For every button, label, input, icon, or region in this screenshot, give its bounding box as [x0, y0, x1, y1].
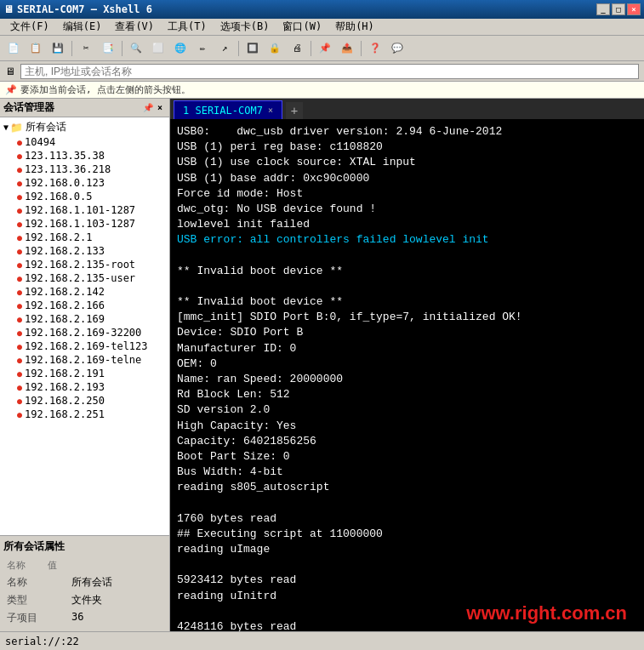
tree-toggle-icon: ▼: [3, 123, 9, 132]
menu-file[interactable]: 文件(F): [3, 19, 56, 35]
sidebar-pin-button[interactable]: 📌: [142, 102, 154, 114]
toolbar-new[interactable]: 📄: [3, 39, 24, 58]
sidebar-close-button[interactable]: ×: [154, 102, 166, 114]
sidebar-title: 会话管理器: [3, 100, 54, 115]
toolbar-bookmark[interactable]: 📌: [315, 39, 335, 58]
sidebar-session-item[interactable]: ●123.113.36.218: [15, 162, 168, 176]
toolbar-connect[interactable]: 🌐: [170, 39, 191, 58]
toolbar-cut[interactable]: ✂: [76, 39, 96, 58]
toolbar-paste[interactable]: 📑: [98, 39, 118, 58]
window-controls: _ □ ×: [596, 3, 641, 15]
sidebar-session-item[interactable]: ●192.168.2.135-user: [15, 271, 168, 285]
terminal-area: 1 SERIAL-COM7 × + USB0: dwc_usb driver v…: [170, 99, 644, 631]
sidebar-session-item[interactable]: ●192.168.2.169-tel123: [15, 339, 168, 353]
terminal-line: USB (1) base addr: 0xc90c0000: [177, 171, 637, 186]
sidebar-session-item[interactable]: ●192.168.2.169: [15, 312, 168, 326]
toolbar-launch[interactable]: ↗: [214, 39, 235, 58]
menu-help[interactable]: 帮助(H): [328, 19, 381, 35]
sidebar-session-item[interactable]: ●192.168.2.142: [15, 285, 168, 299]
sidebar-session-item[interactable]: ●192.168.2.169-32200: [15, 326, 168, 339]
sidebar-session-item[interactable]: ●192.168.2.193: [15, 380, 168, 394]
sidebar-session-item[interactable]: ●192.168.2.135-root: [15, 258, 168, 271]
session-icon: ●: [17, 247, 22, 256]
terminal-line: Device: SDIO Port B: [177, 325, 637, 340]
session-icon: ●: [17, 383, 22, 392]
terminal-line: USB error: all controllers failed lowlev…: [177, 232, 637, 248]
address-icon: 🖥: [5, 66, 15, 77]
toolbar-upload[interactable]: 📤: [337, 39, 357, 58]
sidebar-session-item[interactable]: ●10494: [15, 135, 168, 149]
toolbar-options[interactable]: ⬜: [148, 39, 168, 58]
terminal-line: Name: ran Speed: 20000000: [177, 372, 637, 387]
address-bar: 🖥: [0, 61, 644, 82]
session-icon: ●: [17, 342, 22, 351]
terminal-line: High Capacity: Yes: [177, 419, 637, 434]
session-icon: ●: [17, 138, 22, 147]
props-value: 文件夹: [70, 592, 164, 608]
terminal-line: [177, 496, 637, 511]
address-input[interactable]: [20, 64, 639, 79]
toolbar-lock[interactable]: 🔒: [265, 39, 285, 58]
session-icon: ●: [17, 206, 22, 215]
terminal-line: [177, 604, 637, 619]
terminal-line: [177, 279, 637, 294]
menu-edit[interactable]: 编辑(E): [56, 19, 109, 35]
sidebar-session-item[interactable]: ●192.168.2.250: [15, 394, 168, 408]
sidebar-session-item[interactable]: ●192.168.2.169-telne: [15, 353, 168, 367]
tree-children: ●10494●123.113.35.38●123.113.36.218●192.…: [2, 135, 168, 421]
sidebar-header: 会话管理器 📌 ×: [0, 99, 169, 117]
terminal-line: Rd Block Len: 512: [177, 387, 637, 402]
toolbar-help[interactable]: ❓: [365, 39, 385, 58]
terminal-line: SD version 2.0: [177, 402, 637, 418]
terminal-line: [177, 248, 637, 264]
sidebar-session-item[interactable]: ●123.113.35.38: [15, 149, 168, 162]
sidebar-session-item[interactable]: ●192.168.2.1: [15, 231, 168, 244]
toolbar-layout[interactable]: 🔲: [242, 39, 263, 58]
toolbar-copy[interactable]: 📋: [26, 39, 46, 58]
close-button[interactable]: ×: [627, 3, 641, 15]
sidebar-session-item[interactable]: ●192.168.2.191: [15, 367, 168, 380]
menu-tabs[interactable]: 选项卡(B): [214, 19, 276, 35]
terminal-line: Bus Width: 4-bit: [177, 465, 637, 480]
toolbar-save[interactable]: 💾: [48, 39, 68, 58]
menu-view[interactable]: 查看(V): [108, 19, 161, 35]
toolbar-edit2[interactable]: ✏: [192, 39, 213, 58]
maximize-button[interactable]: □: [612, 3, 625, 15]
tab-serial-com7[interactable]: 1 SERIAL-COM7 ×: [174, 100, 282, 119]
sidebar-session-item[interactable]: ●192.168.1.103-1287: [15, 217, 168, 231]
minimize-button[interactable]: _: [596, 3, 610, 15]
tab-label: 1 SERIAL-COM7: [183, 105, 263, 117]
session-icon: ●: [17, 356, 22, 365]
sidebar-session-item[interactable]: ●192.168.2.251: [15, 408, 168, 421]
sidebar-session-item[interactable]: ●192.168.2.133: [15, 244, 168, 258]
terminal-line: [177, 557, 637, 573]
session-tree[interactable]: ▼ 📁 所有会话 ●10494●123.113.35.38●123.113.36…: [0, 117, 169, 535]
menu-window[interactable]: 窗口(W): [276, 19, 328, 35]
terminal-line: Force id mode: Host: [177, 186, 637, 202]
sidebar-session-item[interactable]: ●192.168.1.101-1287: [15, 203, 168, 217]
sidebar-header-buttons: 📌 ×: [142, 102, 166, 114]
sidebar-session-item[interactable]: ●192.168.0.123: [15, 176, 168, 190]
terminal-line: Manufacturer ID: 0: [177, 341, 637, 356]
terminal-line: Boot Part Size: 0: [177, 449, 637, 465]
tab-close-button[interactable]: ×: [268, 105, 273, 115]
sidebar-session-item[interactable]: ●192.168.2.166: [15, 299, 168, 312]
sidebar-session-item[interactable]: ●192.168.0.5: [15, 190, 168, 203]
session-icon: ●: [17, 151, 22, 161]
terminal-line: dwc_otg: No USB device found !: [177, 202, 637, 217]
toolbar-find[interactable]: 🔍: [126, 39, 146, 58]
tree-root-item[interactable]: ▼ 📁 所有会话: [2, 119, 168, 135]
toolbar-chat[interactable]: 💬: [387, 39, 407, 58]
props-name: 类型: [5, 592, 68, 608]
terminal-line: reading s805_autoscript: [177, 480, 637, 495]
tab-add-button[interactable]: +: [286, 102, 303, 119]
toolbar-print[interactable]: 🖨: [287, 39, 307, 58]
props-title: 所有会话属性: [3, 539, 166, 554]
terminal-content[interactable]: USB0: dwc_usb driver version: 2.94 6-Jun…: [170, 119, 644, 631]
menu-tools[interactable]: 工具(T): [161, 19, 214, 35]
app-icon: 🖥: [3, 3, 14, 15]
hint-bar: 📌 要添加当前会话, 点击左侧的箭头按钮。: [0, 82, 644, 99]
session-icon: ●: [17, 192, 22, 202]
session-icon: ●: [17, 396, 22, 406]
props-value: 所有会话: [70, 574, 164, 590]
